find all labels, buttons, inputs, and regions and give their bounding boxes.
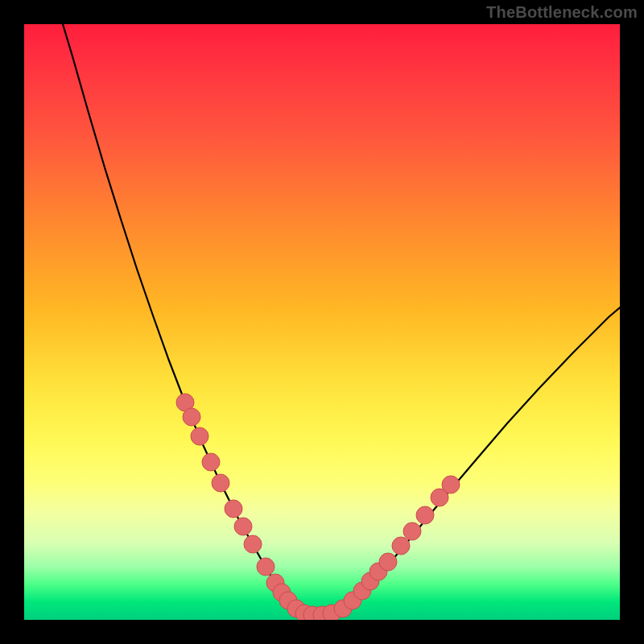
curve-marker	[287, 600, 305, 617]
curve-marker	[431, 489, 448, 506]
curve-marker	[279, 592, 297, 609]
curve-marker	[361, 572, 379, 590]
curve-marker	[379, 553, 397, 571]
marker-layer	[176, 394, 460, 620]
curve-marker	[273, 584, 291, 601]
curve-marker	[303, 606, 321, 620]
curve-marker	[392, 537, 410, 555]
curve-marker	[369, 563, 387, 580]
curve-marker	[176, 394, 194, 411]
curve-marker	[183, 408, 200, 426]
curve-marker	[225, 500, 242, 518]
curve-marker	[266, 574, 284, 592]
curve-marker	[442, 476, 460, 493]
chart-frame: TheBottleneck.com	[0, 0, 644, 644]
curve-marker	[313, 606, 331, 620]
curve-path	[63, 24, 620, 615]
curve-marker	[212, 474, 229, 492]
watermark-text: TheBottleneck.com	[486, 3, 638, 22]
curve-marker	[295, 605, 313, 620]
curve-marker	[191, 427, 208, 445]
curve-marker	[202, 453, 220, 471]
bottleneck-curve	[24, 24, 620, 620]
curve-marker	[257, 558, 275, 576]
curve-marker	[323, 605, 341, 620]
curve-marker	[334, 600, 352, 617]
curve-marker	[416, 506, 434, 524]
curve-marker	[344, 592, 361, 609]
curve-marker	[403, 522, 421, 540]
curve-marker	[244, 535, 262, 553]
curve-marker	[353, 582, 371, 600]
plot-area	[24, 24, 620, 620]
curve-marker	[234, 518, 252, 535]
